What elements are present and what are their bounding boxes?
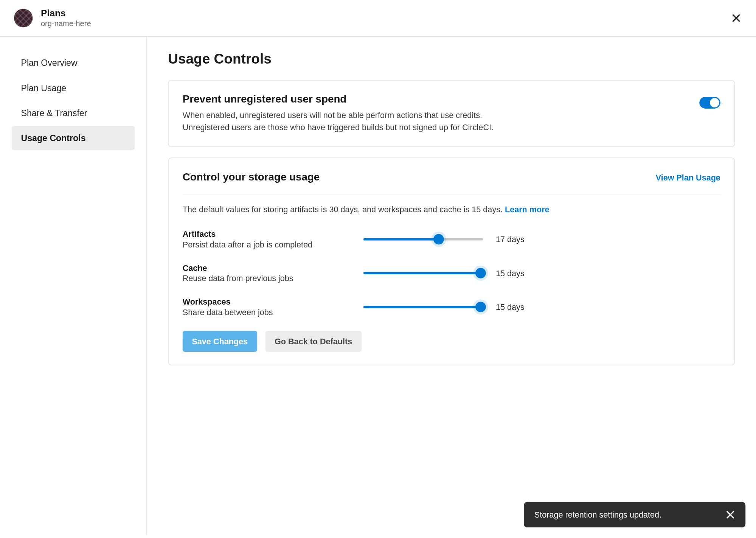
toast-close-button[interactable] <box>726 510 735 519</box>
prevent-spend-desc-2: Unregistered users are those who have tr… <box>183 121 494 134</box>
go-back-defaults-button[interactable]: Go Back to Defaults <box>265 331 362 352</box>
slider-desc-workspaces: Share data between jobs <box>183 308 363 317</box>
divider <box>183 194 720 194</box>
slider-desc-cache: Reuse data from previous jobs <box>183 274 363 283</box>
slider-value-workspaces: 15 days <box>496 302 525 312</box>
prevent-spend-desc-1: When enabled, unregistered users will no… <box>183 109 494 121</box>
slider-row-cache: Cache Reuse data from previous jobs 15 d… <box>183 263 720 283</box>
header: Plans org-name-here <box>0 0 756 37</box>
header-title-group: Plans org-name-here <box>41 8 91 28</box>
sidebar: Plan Overview Plan Usage Share & Transfe… <box>0 37 147 535</box>
main-content: Usage Controls Prevent unregistered user… <box>147 37 756 535</box>
storage-description: The default values for storing artifacts… <box>183 205 720 214</box>
save-changes-button[interactable]: Save Changes <box>183 331 257 352</box>
sidebar-item-usage-controls[interactable]: Usage Controls <box>12 126 135 150</box>
slider-row-workspaces: Workspaces Share data between jobs 15 da… <box>183 297 720 317</box>
slider-workspaces[interactable] <box>363 301 483 313</box>
toast: Storage retention settings updated. <box>524 502 745 527</box>
slider-row-artifacts: Artifacts Persist data after a job is co… <box>183 229 720 249</box>
slider-name-cache: Cache <box>183 263 363 273</box>
page-title: Usage Controls <box>168 51 735 67</box>
prevent-spend-title: Prevent unregistered user spend <box>183 93 494 106</box>
slider-name-workspaces: Workspaces <box>183 297 363 306</box>
slider-name-artifacts: Artifacts <box>183 229 363 239</box>
prevent-spend-toggle[interactable] <box>699 97 720 109</box>
org-avatar[interactable] <box>14 9 33 27</box>
learn-more-link[interactable]: Learn more <box>505 205 550 214</box>
slider-value-cache: 15 days <box>496 269 525 278</box>
close-button[interactable] <box>730 12 742 24</box>
header-org-name: org-name-here <box>41 19 91 28</box>
close-icon <box>730 12 742 24</box>
sidebar-item-plan-overview[interactable]: Plan Overview <box>12 51 135 75</box>
toast-message: Storage retention settings updated. <box>534 510 661 519</box>
header-title: Plans <box>41 8 91 19</box>
storage-card: Control your storage usage View Plan Usa… <box>168 157 735 365</box>
slider-cache[interactable] <box>363 267 483 279</box>
sidebar-item-plan-usage[interactable]: Plan Usage <box>12 76 135 100</box>
slider-artifacts[interactable] <box>363 233 483 245</box>
sidebar-item-share-transfer[interactable]: Share & Transfer <box>12 101 135 125</box>
storage-desc-text: The default values for storing artifacts… <box>183 205 505 214</box>
view-plan-usage-link[interactable]: View Plan Usage <box>656 173 720 182</box>
close-icon <box>726 510 735 519</box>
storage-title: Control your storage usage <box>183 171 320 183</box>
slider-desc-artifacts: Persist data after a job is completed <box>183 240 363 249</box>
slider-value-artifacts: 17 days <box>496 235 525 244</box>
prevent-spend-card: Prevent unregistered user spend When ena… <box>168 80 735 147</box>
